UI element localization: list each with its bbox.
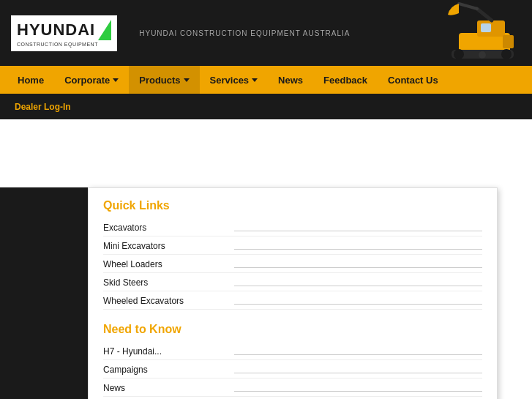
nav-home[interactable]: Home: [7, 66, 54, 94]
sidebar-dark: [0, 187, 88, 399]
header: HYUNDAI CONSTRUCTION EQUIPMENT HYUNDAI C…: [0, 0, 532, 66]
nav-corporate[interactable]: Corporate: [54, 66, 129, 94]
svg-point-8: [479, 51, 486, 59]
list-item[interactable]: Excavators: [103, 220, 482, 236]
need-to-know-title: Need to Know: [103, 323, 482, 336]
list-item[interactable]: Campaigns: [103, 362, 482, 379]
navbar: Home Corporate Products Services News Fe…: [0, 66, 532, 94]
svg-line-4: [459, 4, 477, 9]
list-item[interactable]: News: [103, 380, 482, 397]
products-dropdown: Quick Links Excavators Mini Excavators W…: [88, 187, 498, 399]
chevron-down-icon: [184, 78, 190, 82]
nav-feedback[interactable]: Feedback: [313, 66, 378, 94]
quick-links-title: Quick Links: [103, 199, 482, 212]
svg-point-7: [501, 49, 512, 59]
list-item[interactable]: Wheel Loaders: [103, 256, 482, 273]
svg-point-6: [454, 49, 464, 59]
dealer-login-button[interactable]: Dealer Log-In: [0, 94, 86, 119]
logo-box: HYUNDAI CONSTRUCTION EQUIPMENT: [11, 15, 117, 51]
nav-services[interactable]: Services: [200, 66, 269, 94]
svg-rect-9: [503, 35, 514, 48]
svg-line-3: [477, 9, 492, 20]
dealer-row: Dealer Log-In: [0, 94, 532, 119]
logo-text: HYUNDAI: [17, 22, 95, 38]
nav-products[interactable]: Products: [129, 66, 199, 94]
chevron-down-icon: [252, 78, 258, 82]
list-item[interactable]: Skid Steers: [103, 275, 482, 291]
nav-contact[interactable]: Contact Us: [378, 66, 449, 94]
logo-subtitle: CONSTRUCTION EQUIPMENT: [17, 42, 98, 47]
list-item[interactable]: Wheeled Excavators: [103, 293, 482, 310]
logo-area: HYUNDAI CONSTRUCTION EQUIPMENT HYUNDAI C…: [11, 15, 350, 51]
list-item[interactable]: H7 - Hyundai...: [103, 343, 482, 360]
list-item[interactable]: Mini Excavators: [103, 238, 482, 255]
logo-triangle-icon: [98, 20, 111, 40]
header-tagline: HYUNDAI CONSTRUCTION EQUIPMENT AUSTRALIA: [139, 29, 350, 37]
excavator-illustration: [437, 0, 532, 66]
chevron-down-icon: [113, 78, 119, 82]
quick-links-section: Quick Links Excavators Mini Excavators W…: [103, 199, 482, 310]
nav-news[interactable]: News: [268, 66, 313, 94]
main-area: Dealer Log-In Quick Links Excavators Min…: [0, 94, 532, 119]
svg-rect-2: [481, 23, 491, 32]
need-to-know-section: Need to Know H7 - Hyundai... Campaigns N…: [103, 323, 482, 399]
